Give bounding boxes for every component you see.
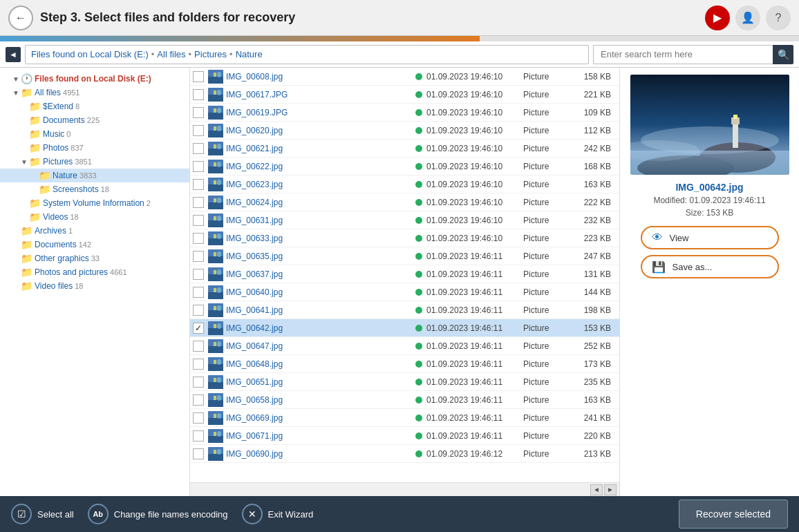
file-checkbox[interactable] — [193, 412, 204, 424]
table-row[interactable]: IMG_00631.jpg 01.09.2023 19:46:10 Pictur… — [190, 211, 619, 229]
sidebar-item-archives[interactable]: 📁 Archives 1 — [0, 224, 189, 238]
search-input[interactable] — [593, 45, 773, 64]
help-button[interactable]: ? — [766, 6, 791, 30]
sidebar-item-extend[interactable]: 📁 $Extend 8 — [0, 99, 189, 113]
thumb-svg — [208, 285, 223, 299]
breadcrumb-root[interactable]: Files found on Local Disk (E:) — [31, 49, 149, 59]
sidebar-item-documents[interactable]: 📁 Documents 142 — [0, 238, 189, 251]
sidebar-item-screenshots[interactable]: 📁 Screenshots 18 — [0, 182, 189, 196]
file-checkbox[interactable] — [193, 448, 204, 459]
sidebar-item-other-graphics[interactable]: 📁 Other graphics 33 — [0, 251, 189, 265]
sidebar-item-photos[interactable]: 📁 Photos 837 — [0, 141, 189, 155]
sidebar-item-documents-sub[interactable]: 📁 Documents 225 — [0, 113, 189, 127]
sidebar-item-all-files[interactable]: ▼ 📁 All files 4951 — [0, 86, 189, 99]
file-checkbox[interactable] — [193, 143, 204, 154]
file-checkbox[interactable] — [193, 107, 204, 118]
user-button[interactable]: 👤 — [735, 6, 760, 30]
documents-sub-count: 225 — [87, 116, 100, 124]
table-row[interactable]: IMG_00633.jpg 01.09.2023 19:46:10 Pictur… — [190, 229, 619, 247]
table-row[interactable]: IMG_00669.jpg 01.09.2023 19:46:11 Pictur… — [190, 409, 619, 427]
file-checkbox[interactable] — [193, 161, 204, 172]
file-checkbox[interactable] — [193, 89, 204, 100]
status-indicator — [415, 145, 422, 152]
video-files-toggle — [11, 283, 21, 290]
table-row[interactable]: IMG_00621.jpg 01.09.2023 19:46:10 Pictur… — [190, 140, 619, 158]
file-checkbox[interactable] — [193, 251, 204, 262]
nav-left-arrow[interactable]: ◄ — [590, 484, 603, 495]
file-checkbox[interactable] — [193, 125, 204, 136]
table-row[interactable]: IMG_00690.jpg 01.09.2023 19:46:12 Pictur… — [190, 445, 619, 463]
table-row[interactable]: IMG_00622.jpg 01.09.2023 19:46:10 Pictur… — [190, 158, 619, 175]
file-checkbox[interactable] — [193, 377, 204, 388]
svg-rect-38 — [214, 234, 216, 238]
table-row[interactable]: IMG_00617.JPG 01.09.2023 19:46:10 Pictur… — [190, 86, 619, 104]
exit-wizard-button[interactable]: ✕ Exit Wizard — [242, 504, 314, 524]
table-row[interactable]: IMG_00637.jpg 01.09.2023 19:46:11 Pictur… — [190, 265, 619, 283]
file-checkbox[interactable] — [193, 197, 204, 208]
sidebar-item-video-files[interactable]: 📁 Video files 18 — [0, 279, 189, 293]
save-as-button[interactable]: 💾 Save as... — [641, 255, 779, 278]
file-checkbox[interactable] — [193, 359, 204, 370]
select-all-button[interactable]: ☑ Select all — [11, 504, 74, 524]
table-row[interactable]: IMG_00624.jpg 01.09.2023 19:46:10 Pictur… — [190, 193, 619, 211]
breadcrumb-bar: ◄ Files found on Local Disk (E:) • All f… — [0, 41, 799, 68]
other-graphics-count: 33 — [91, 254, 100, 263]
breadcrumb-nature[interactable]: Nature — [236, 49, 263, 59]
file-checkbox[interactable] — [193, 215, 204, 226]
search-button[interactable]: 🔍 — [773, 45, 793, 64]
table-row[interactable]: IMG_00620.jpg 01.09.2023 19:46:10 Pictur… — [190, 122, 619, 140]
file-name: IMG_00608.jpg — [226, 72, 411, 82]
file-date: 01.09.2023 19:46:10 — [426, 144, 523, 153]
table-row[interactable]: IMG_00640.jpg 01.09.2023 19:46:11 Pictur… — [190, 283, 619, 301]
file-checkbox[interactable]: ✓ — [193, 323, 204, 334]
table-row[interactable]: IMG_00648.jpg 01.09.2023 19:46:11 Pictur… — [190, 355, 619, 373]
file-checkbox[interactable] — [193, 287, 204, 298]
breadcrumb-toggle-button[interactable]: ◄ — [6, 47, 21, 62]
thumb-svg — [208, 393, 223, 407]
file-checkbox[interactable] — [193, 269, 204, 280]
file-checkbox[interactable] — [193, 430, 204, 441]
sidebar-item-videos[interactable]: 📁 Videos 18 — [0, 210, 189, 224]
youtube-button[interactable]: ▶ — [705, 6, 730, 30]
file-checkbox[interactable] — [193, 305, 204, 316]
file-checkbox[interactable] — [193, 395, 204, 406]
photos-toggle — [19, 144, 29, 152]
table-row[interactable]: ✓ IMG_00642.jpg 01.09.2023 19:46:11 Pict… — [190, 319, 619, 337]
breadcrumb-pictures[interactable]: Pictures — [194, 49, 227, 59]
table-row[interactable]: IMG_00658.jpg 01.09.2023 19:46:11 Pictur… — [190, 391, 619, 409]
svg-rect-14 — [214, 126, 216, 131]
sidebar-item-pictures[interactable]: ▼ 📁 Pictures 3851 — [0, 155, 189, 169]
file-type: Picture — [523, 180, 568, 189]
file-checkbox[interactable] — [193, 71, 204, 82]
change-encoding-button[interactable]: Ab Change file names encoding — [88, 504, 228, 524]
view-button[interactable]: 👁 View — [641, 226, 779, 249]
root-toggle[interactable]: ▼ — [11, 75, 21, 83]
back-button[interactable]: ← — [8, 6, 33, 30]
sidebar-item-nature[interactable]: 📁 Nature 3833 — [0, 169, 189, 182]
table-row[interactable]: IMG_00651.jpg 01.09.2023 19:46:11 Pictur… — [190, 373, 619, 391]
pictures-toggle[interactable]: ▼ — [19, 158, 29, 166]
svg-rect-49 — [208, 292, 223, 299]
file-checkbox[interactable] — [193, 341, 204, 352]
table-row[interactable]: IMG_00641.jpg 01.09.2023 19:46:11 Pictur… — [190, 301, 619, 319]
sidebar-root[interactable]: ▼ 🕐 Files found on Local Disk (E:) — [0, 72, 189, 86]
table-row[interactable]: IMG_00623.jpg 01.09.2023 19:46:10 Pictur… — [190, 175, 619, 193]
recover-selected-button[interactable]: Recover selected — [679, 500, 788, 529]
progress-filled — [0, 36, 480, 41]
table-row[interactable]: IMG_00619.JPG 01.09.2023 19:46:10 Pictur… — [190, 104, 619, 122]
all-files-toggle[interactable]: ▼ — [11, 89, 21, 97]
sidebar-item-sysvolinfo[interactable]: 📁 System Volume Information 2 — [0, 196, 189, 210]
sidebar-item-photos-and-pictures[interactable]: 📁 Photos and pictures 4661 — [0, 265, 189, 279]
nav-right-arrow[interactable]: ► — [604, 484, 617, 495]
table-row[interactable]: IMG_00608.jpg 01.09.2023 19:46:10 Pictur… — [190, 68, 619, 86]
sidebar-item-music[interactable]: 📁 Music 0 — [0, 127, 189, 141]
thumb-svg — [208, 142, 223, 155]
file-checkbox[interactable] — [193, 179, 204, 190]
table-row[interactable]: IMG_00671.jpg 01.09.2023 19:46:11 Pictur… — [190, 427, 619, 445]
file-checkbox[interactable] — [193, 233, 204, 244]
file-size: 163 KB — [568, 180, 617, 189]
file-type: Picture — [523, 90, 568, 99]
table-row[interactable]: IMG_00635.jpg 01.09.2023 19:46:11 Pictur… — [190, 247, 619, 265]
table-row[interactable]: IMG_00647.jpg 01.09.2023 19:46:11 Pictur… — [190, 337, 619, 355]
breadcrumb-all-files[interactable]: All files — [157, 49, 185, 59]
